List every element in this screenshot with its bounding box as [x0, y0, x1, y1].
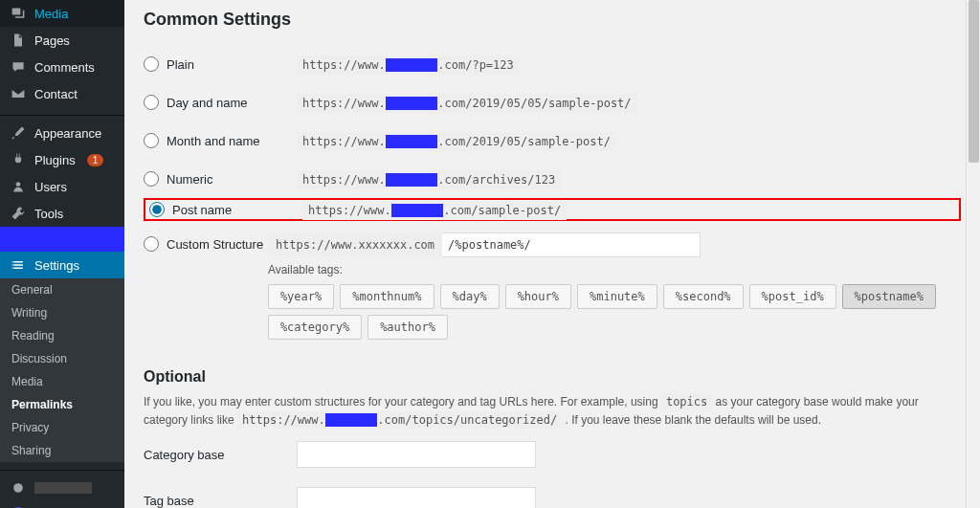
- custom-structure-input[interactable]: [442, 232, 701, 257]
- sidebar-item-label: Settings: [34, 258, 79, 273]
- custom-prefix: https://www.xxxxxxx.com: [268, 233, 442, 256]
- tag-category[interactable]: %category%: [268, 315, 362, 340]
- sidebar-item-label: Users: [34, 180, 67, 194]
- sidebar-item-label: Plugins: [34, 153, 76, 167]
- option-day-and-name: Day and name https://www.xxxxxxx.com/201…: [144, 83, 961, 121]
- submenu-writing[interactable]: Writing: [0, 301, 124, 324]
- option-post-name: Post name https://www.xxxxxxx.com/sample…: [144, 198, 961, 221]
- tag-base-row: Tag base: [144, 475, 961, 508]
- sidebar-separator: [0, 466, 124, 471]
- tag-second[interactable]: %second%: [663, 284, 744, 309]
- category-base-row: Category base: [144, 430, 961, 475]
- radio-label[interactable]: Numeric: [167, 172, 212, 187]
- available-tags: %year% %monthnum% %day% %hour% %minute% …: [268, 284, 961, 340]
- sidebar-item-users[interactable]: Users: [0, 173, 124, 200]
- admin-sidebar: Media Pages Comments Contact Appearance …: [0, 0, 124, 508]
- submenu-general[interactable]: General: [0, 278, 124, 301]
- sidebar-item-contact[interactable]: Contact: [0, 80, 124, 107]
- sidebar-item-tools[interactable]: Tools: [0, 200, 124, 227]
- radio-label[interactable]: Custom Structure: [167, 237, 263, 252]
- custom-structure-input-group: https://www.xxxxxxx.com: [268, 232, 961, 257]
- page-icon: [10, 33, 27, 48]
- tag-post-id[interactable]: %post_id%: [749, 284, 836, 309]
- main-content: Common Settings Plain https://www.xxxxxx…: [124, 0, 980, 508]
- sidebar-item-appearance[interactable]: Appearance: [0, 120, 124, 146]
- radio-dayname[interactable]: [144, 95, 159, 110]
- sidebar-item-extra[interactable]: [0, 475, 124, 501]
- submenu-privacy[interactable]: Privacy: [0, 416, 124, 439]
- tag-hour[interactable]: %hour%: [505, 284, 571, 309]
- submenu-discussion[interactable]: Discussion: [0, 347, 124, 370]
- sidebar-item-label: Contact: [34, 87, 78, 101]
- plugins-badge: 1: [87, 154, 104, 166]
- user-icon: [10, 179, 27, 194]
- sidebar-item-media[interactable]: Media: [0, 0, 124, 27]
- radio-label[interactable]: Plain: [167, 57, 194, 72]
- tag-base-label: Tag base: [144, 494, 297, 508]
- radio-label[interactable]: Day and name: [167, 96, 248, 110]
- radio-monthname[interactable]: [144, 133, 159, 148]
- example-url: https://www.xxxxxxx.com/archives/123: [297, 172, 561, 187]
- radio-label[interactable]: Month and name: [167, 134, 260, 148]
- vertical-scrollbar[interactable]: [966, 0, 980, 508]
- sidebar-item-comments[interactable]: Comments: [0, 54, 124, 80]
- option-numeric: Numeric https://www.xxxxxxx.com/archives…: [144, 160, 961, 198]
- settings-submenu: General Writing Reading Discussion Media…: [0, 278, 124, 462]
- sidebar-separator: [0, 111, 124, 116]
- brush-icon: [10, 125, 27, 141]
- radio-plain[interactable]: [144, 56, 159, 72]
- tag-minute[interactable]: %minute%: [577, 284, 657, 309]
- submenu-permalinks[interactable]: Permalinks: [0, 393, 124, 416]
- category-base-label: Category base: [144, 448, 297, 462]
- tag-monthnum[interactable]: %monthnum%: [340, 284, 434, 309]
- tag-year[interactable]: %year%: [268, 284, 334, 309]
- tag-day[interactable]: %day%: [440, 284, 500, 309]
- option-plain: Plain https://www.xxxxxxx.com/?p=123: [144, 45, 961, 83]
- settings-icon: [10, 257, 27, 273]
- submenu-reading[interactable]: Reading: [0, 324, 124, 347]
- sidebar-item-redacted[interactable]: [0, 227, 124, 252]
- comment-icon: [10, 59, 27, 75]
- optional-heading: Optional: [144, 368, 961, 386]
- plugin-icon: [10, 480, 27, 496]
- example-url: https://www.xxxxxxx.com/2019/05/sample-p…: [297, 134, 616, 148]
- scrollbar-thumb[interactable]: [969, 0, 979, 163]
- example-url: https://www.xxxxxxx.com/2019/05/05/sampl…: [297, 96, 637, 110]
- sidebar-item-plugins[interactable]: Plugins 1: [0, 146, 124, 173]
- sidebar-item-label: Pages: [34, 33, 70, 48]
- sidebar-item-settings[interactable]: Settings: [0, 252, 124, 278]
- sidebar-item-label: Tools: [34, 207, 63, 221]
- sidebar-item-pages[interactable]: Pages: [0, 27, 124, 54]
- option-custom-structure: Custom Structure https://www.xxxxxxx.com…: [144, 221, 961, 351]
- tag-postname[interactable]: %postname%: [842, 284, 936, 309]
- sidebar-item-label: Appearance: [34, 126, 101, 141]
- sidebar-item-label: Comments: [34, 60, 95, 75]
- optional-description: If you like, you may enter custom struct…: [144, 393, 961, 430]
- tag-base-input[interactable]: [297, 487, 536, 508]
- media-icon: [10, 6, 27, 21]
- example-url: https://www.xxxxxxx.com/sample-post/: [302, 203, 567, 217]
- plug-icon: [10, 152, 27, 167]
- submenu-sharing[interactable]: Sharing: [0, 439, 124, 462]
- tag-author[interactable]: %author%: [368, 315, 448, 340]
- radio-custom[interactable]: [144, 236, 159, 252]
- radio-postname[interactable]: [149, 202, 165, 217]
- page-heading: Common Settings: [144, 10, 961, 30]
- option-month-and-name: Month and name https://www.xxxxxxx.com/2…: [144, 121, 961, 160]
- wrench-icon: [10, 206, 27, 221]
- available-tags-label: Available tags:: [268, 263, 961, 276]
- mail-icon: [10, 86, 27, 101]
- category-base-input[interactable]: [297, 441, 536, 468]
- redacted-label: [34, 482, 92, 494]
- submenu-media[interactable]: Media: [0, 370, 124, 393]
- radio-numeric[interactable]: [144, 171, 159, 187]
- sidebar-item-profile[interactable]: M: [0, 501, 124, 508]
- example-url: https://www.xxxxxxx.com/?p=123: [297, 57, 520, 72]
- svg-point-0: [13, 483, 23, 493]
- sidebar-item-label: Media: [34, 7, 68, 21]
- radio-label[interactable]: Post name: [172, 203, 232, 217]
